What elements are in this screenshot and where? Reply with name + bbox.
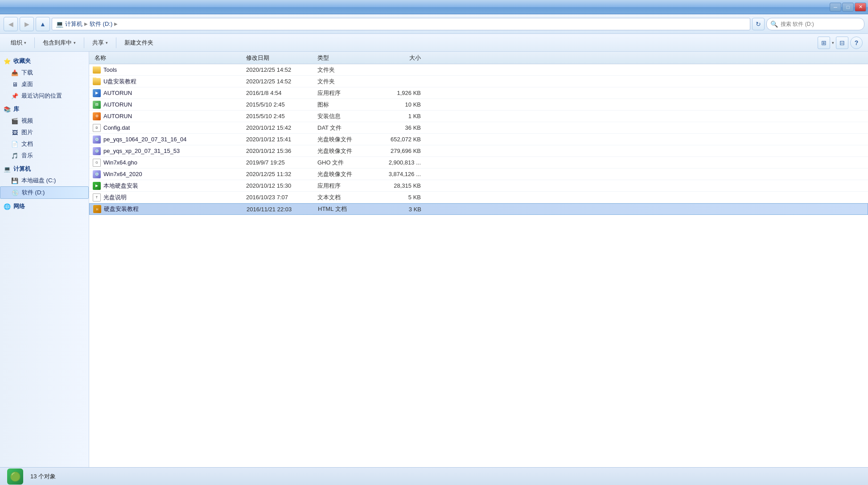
- help-button[interactable]: ?: [850, 37, 863, 49]
- column-type[interactable]: 类型: [316, 54, 369, 62]
- file-size-cell: 28,315 KB: [369, 182, 423, 189]
- sidebar-item-music-label: 音乐: [21, 152, 33, 160]
- search-bar[interactable]: 🔍: [766, 18, 864, 30]
- file-name-cell: ▶ 本地硬盘安装: [93, 182, 244, 190]
- include-library-button[interactable]: 包含到库中 ▾: [37, 36, 81, 49]
- share-button[interactable]: 共享 ▾: [87, 36, 113, 49]
- sidebar-item-download[interactable]: 📥 下载: [0, 67, 89, 78]
- file-date-cell: 2016/10/23 7:07: [244, 194, 316, 201]
- table-row[interactable]: T 光盘说明 2016/10/23 7:07 文本文档 5 KB: [89, 192, 868, 203]
- table-row[interactable]: 💿 pe_yqs_1064_20_07_31_16_04 2020/10/12 …: [89, 134, 868, 145]
- refresh-button[interactable]: ↻: [752, 18, 765, 30]
- file-date-cell: 2020/12/25 14:52: [244, 78, 316, 85]
- library-icon: 📚: [4, 106, 11, 113]
- sidebar-item-c-drive[interactable]: 💾 本地磁盘 (C:): [0, 175, 89, 186]
- file-size-cell: 652,072 KB: [369, 136, 423, 143]
- table-row[interactable]: Tools 2020/12/25 14:52 文件夹: [89, 64, 868, 76]
- sidebar-section-favorites: ⭐ 收藏夹 📥 下载 🖥 桌面 📌 最近访问的位置: [0, 55, 89, 102]
- table-row[interactable]: 🖼 AUTORUN 2015/5/10 2:45 图标 10 KB: [89, 99, 868, 111]
- file-name-cell: H 硬盘安装教程: [93, 205, 245, 213]
- document-icon: 📄: [11, 140, 19, 148]
- share-dropdown-arrow: ▾: [106, 41, 108, 45]
- breadcrumb-drive[interactable]: 软件 (D:): [90, 20, 112, 28]
- table-row[interactable]: 💿 Win7x64_2020 2020/12/25 11:32 光盘映像文件 3…: [89, 169, 868, 180]
- computer-icon: 💻: [56, 21, 63, 28]
- img-icon: 🖼: [93, 101, 101, 109]
- file-type-cell: 光盘映像文件: [316, 147, 369, 155]
- preview-pane-button[interactable]: ⊟: [836, 37, 848, 49]
- html-icon: H: [93, 205, 101, 213]
- sidebar-header-library[interactable]: 📚 库: [0, 103, 89, 115]
- share-label: 共享: [92, 39, 104, 47]
- file-name: pe_yqs_1064_20_07_31_16_04: [103, 136, 187, 143]
- view-dropdown-arrow[interactable]: ▾: [832, 41, 834, 45]
- video-icon: 🎬: [11, 117, 19, 125]
- file-name: AUTORUN: [103, 113, 132, 119]
- sidebar-item-music[interactable]: 🎵 音乐: [0, 150, 89, 161]
- sidebar-item-picture-label: 图片: [21, 128, 33, 136]
- sidebar-item-video-label: 视频: [21, 117, 33, 125]
- organize-button[interactable]: 组织 ▾: [5, 36, 32, 49]
- file-date-cell: 2015/5/10 2:45: [244, 101, 316, 108]
- network-icon: 🌐: [4, 203, 11, 210]
- music-icon: 🎵: [11, 152, 19, 160]
- table-row[interactable]: ▶ AUTORUN 2016/1/8 4:54 应用程序 1,926 KB: [89, 87, 868, 99]
- picture-icon: 🖼: [11, 128, 19, 136]
- file-type-cell: GHO 文件: [316, 159, 369, 167]
- maximize-button[interactable]: □: [842, 3, 854, 12]
- file-size-cell: 3 KB: [370, 206, 423, 213]
- table-row[interactable]: H 硬盘安装教程 2016/11/21 22:03 HTML 文档 3 KB: [89, 203, 868, 215]
- view-button[interactable]: ⊞: [818, 37, 830, 49]
- breadcrumb[interactable]: 💻 计算机 ▶ 软件 (D:) ▶: [52, 18, 750, 30]
- file-name: 本地硬盘安装: [103, 182, 138, 190]
- back-button[interactable]: ◀: [4, 17, 18, 31]
- column-date[interactable]: 修改日期: [244, 54, 316, 62]
- exe-icon: ▶: [93, 89, 101, 97]
- sidebar-item-document[interactable]: 📄 文档: [0, 138, 89, 150]
- sidebar-item-video[interactable]: 🎬 视频: [0, 115, 89, 127]
- sidebar-header-favorites[interactable]: ⭐ 收藏夹: [0, 55, 89, 67]
- up-button[interactable]: ▲: [36, 17, 50, 31]
- new-folder-button[interactable]: 新建文件夹: [119, 36, 159, 49]
- sidebar: ⭐ 收藏夹 📥 下载 🖥 桌面 📌 最近访问的位置 📚 库: [0, 52, 89, 467]
- file-name-cell: ⚙ AUTORUN: [93, 112, 244, 120]
- file-type-cell: 文本文档: [316, 193, 369, 201]
- minimize-button[interactable]: ─: [830, 3, 841, 12]
- sidebar-item-recent[interactable]: 📌 最近访问的位置: [0, 90, 89, 102]
- column-size[interactable]: 大小: [369, 54, 423, 62]
- forward-icon: ▶: [25, 21, 29, 28]
- status-bar: 🟢 13 个对象: [0, 467, 868, 485]
- search-icon: 🔍: [770, 21, 778, 28]
- table-row[interactable]: D Config.dat 2020/10/12 15:42 DAT 文件 36 …: [89, 122, 868, 134]
- search-input[interactable]: [781, 21, 860, 27]
- file-name: AUTORUN: [103, 90, 132, 96]
- table-row[interactable]: ▶ 本地硬盘安装 2020/10/12 15:30 应用程序 28,315 KB: [89, 180, 868, 192]
- file-size-cell: 5 KB: [369, 194, 423, 201]
- table-row[interactable]: G Win7x64.gho 2019/9/7 19:25 GHO 文件 2,90…: [89, 157, 868, 169]
- file-type-cell: HTML 文档: [316, 205, 370, 213]
- sidebar-item-d-drive[interactable]: 💿 软件 (D:): [0, 186, 89, 199]
- sidebar-header-network[interactable]: 🌐 网络: [0, 201, 89, 212]
- sidebar-item-picture[interactable]: 🖼 图片: [0, 127, 89, 138]
- table-row[interactable]: ⚙ AUTORUN 2015/5/10 2:45 安装信息 1 KB: [89, 111, 868, 122]
- computer-sidebar-icon: 💻: [4, 166, 11, 173]
- sidebar-header-computer[interactable]: 💻 计算机: [0, 163, 89, 175]
- d-drive-icon: 💿: [11, 189, 19, 197]
- forward-button[interactable]: ▶: [20, 17, 34, 31]
- file-date-cell: 2020/12/25 11:32: [244, 171, 316, 177]
- close-button[interactable]: ✕: [855, 3, 866, 12]
- file-size-cell: 36 KB: [369, 124, 423, 131]
- table-row[interactable]: U盘安装教程 2020/12/25 14:52 文件夹: [89, 76, 868, 87]
- table-row[interactable]: 💿 pe_yqs_xp_20_07_31_15_53 2020/10/12 15…: [89, 145, 868, 157]
- file-name-cell: D Config.dat: [93, 124, 244, 132]
- sidebar-item-desktop[interactable]: 🖥 桌面: [0, 78, 89, 90]
- file-date-cell: 2020/10/12 15:36: [244, 148, 316, 154]
- column-name[interactable]: 名称: [93, 54, 244, 62]
- file-name-cell: T 光盘说明: [93, 193, 244, 201]
- breadcrumb-computer[interactable]: 计算机: [65, 20, 82, 28]
- file-type-cell: 安装信息: [316, 112, 369, 120]
- file-type-cell: 光盘映像文件: [316, 136, 369, 144]
- file-name: Win7x64_2020: [103, 171, 142, 177]
- file-name-cell: Tools: [93, 66, 244, 74]
- toolbar-sep-3: [116, 37, 116, 48]
